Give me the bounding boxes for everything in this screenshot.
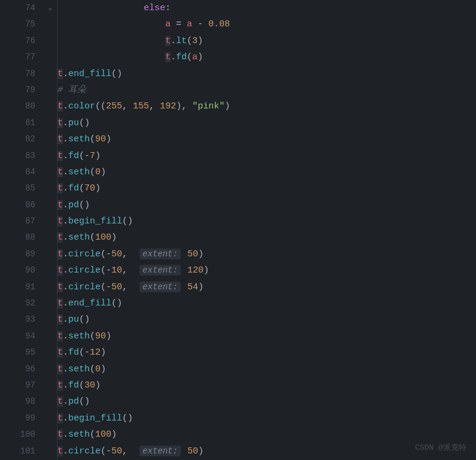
- code-line[interactable]: t.fd(a): [57, 49, 476, 65]
- line-number: 77: [0, 49, 57, 65]
- token-op: .: [63, 397, 68, 407]
- line-number: 81: [0, 115, 57, 131]
- line-number: 78: [0, 66, 57, 82]
- token-var: a: [165, 19, 171, 29]
- code-line[interactable]: t.color((255, 155, 192), "pink"): [57, 98, 476, 114]
- token-op: (: [90, 232, 95, 243]
- code-editor[interactable]: 74⌄7576777879808182838485868788899091929…: [0, 0, 476, 460]
- token-op: [182, 249, 187, 259]
- line-number: 91: [0, 279, 57, 295]
- token-num: 0.08: [208, 19, 230, 29]
- code-line[interactable]: t.pu(): [57, 311, 476, 328]
- token-op: (): [79, 397, 90, 407]
- token-op: .: [63, 151, 68, 161]
- token-op: ): [111, 232, 117, 243]
- token-fn: seth: [68, 429, 90, 440]
- line-number: 100: [0, 426, 57, 443]
- code-line[interactable]: t.fd(-7): [57, 148, 476, 164]
- code-line[interactable]: t.pu(): [57, 115, 476, 131]
- code-line[interactable]: t.circle(-50, extent: 50): [57, 443, 476, 459]
- line-number: 76: [0, 33, 57, 49]
- token-var: t: [57, 413, 63, 423]
- token-op: .: [63, 167, 68, 177]
- code-line[interactable]: t.seth(0): [57, 164, 476, 180]
- token-op: (: [90, 331, 95, 341]
- token-fn: fd: [176, 52, 187, 62]
- token-var: t: [57, 167, 63, 177]
- token-op: ): [198, 249, 204, 259]
- token-op: (): [111, 298, 122, 308]
- code-line[interactable]: t.seth(100): [57, 229, 476, 246]
- code-line[interactable]: t.seth(0): [57, 361, 476, 377]
- code-line[interactable]: a = a - 0.08: [57, 16, 476, 32]
- token-var: t: [57, 347, 63, 358]
- code-line[interactable]: t.fd(-12): [57, 344, 476, 361]
- code-line[interactable]: t.circle(-50, extent: 50): [57, 246, 476, 262]
- token-op: ): [111, 429, 117, 440]
- code-area[interactable]: else: a = a - 0.08 t.lt(3) t.fd(a)t.end_…: [57, 0, 476, 460]
- token-num: 30: [84, 380, 95, 391]
- code-line[interactable]: t.pd(): [57, 394, 476, 410]
- token-op: (-: [101, 265, 111, 276]
- token-fn: circle: [68, 282, 101, 292]
- code-line[interactable]: # 耳朵: [57, 82, 476, 98]
- inline-hint: extent:: [140, 265, 181, 276]
- token-num: 50: [187, 446, 198, 456]
- token-op: (: [90, 134, 95, 144]
- token-var: t: [57, 183, 63, 193]
- watermark: CSDN @派克特: [415, 442, 466, 453]
- token-op: .: [171, 52, 176, 62]
- code-line[interactable]: t.pd(): [57, 197, 476, 213]
- token-op: .: [63, 265, 68, 276]
- token-fn: pd: [68, 397, 79, 407]
- token-op: .: [63, 232, 68, 243]
- inline-hint: extent:: [140, 249, 181, 259]
- token-op: (): [122, 413, 133, 423]
- token-var: t: [57, 134, 63, 144]
- token-op: .: [171, 36, 176, 46]
- code-line[interactable]: t.end_fill(): [57, 66, 476, 82]
- token-num: 192: [160, 101, 176, 111]
- token-fn: circle: [68, 249, 101, 259]
- code-line[interactable]: t.begin_fill(): [57, 213, 476, 229]
- token-fn: circle: [68, 265, 101, 276]
- token-op: (): [79, 118, 90, 128]
- token-str: "pink": [192, 101, 225, 111]
- token-op: (: [187, 36, 192, 46]
- line-number: 99: [0, 410, 57, 426]
- token-var: t: [57, 216, 63, 226]
- code-line[interactable]: t.begin_fill(): [57, 410, 476, 426]
- code-line[interactable]: t.circle(-50, extent: 54): [57, 279, 476, 295]
- inline-hint: extent:: [140, 446, 181, 456]
- token-var: a: [187, 19, 192, 29]
- code-line[interactable]: t.seth(90): [57, 131, 476, 147]
- token-num: 3: [192, 36, 198, 46]
- token-op: .: [63, 282, 68, 292]
- code-line[interactable]: t.fd(70): [57, 180, 476, 196]
- token-op: (): [79, 314, 90, 325]
- token-num: 7: [90, 151, 95, 161]
- token-op: .: [63, 331, 68, 341]
- code-line[interactable]: t.seth(90): [57, 328, 476, 344]
- token-op: .: [63, 200, 68, 210]
- token-op: (-: [79, 151, 90, 161]
- token-op: .: [63, 118, 68, 128]
- code-line[interactable]: t.circle(-10, extent: 120): [57, 262, 476, 279]
- token-op: ): [198, 36, 203, 46]
- code-line[interactable]: else:: [57, 0, 476, 16]
- chevron-down-icon[interactable]: ⌄: [48, 0, 52, 16]
- code-line[interactable]: t.lt(3): [57, 33, 476, 49]
- token-op: (-: [101, 282, 111, 292]
- token-num: 0: [95, 167, 101, 177]
- token-fn: seth: [68, 134, 90, 144]
- token-fn: seth: [68, 331, 90, 341]
- token-var: t: [57, 397, 63, 407]
- code-line[interactable]: t.fd(30): [57, 377, 476, 394]
- code-line[interactable]: t.end_fill(): [57, 295, 476, 311]
- token-op: :: [165, 3, 171, 13]
- code-line[interactable]: t.seth(100): [57, 426, 476, 443]
- token-fn: end_fill: [68, 69, 111, 79]
- line-number: 93: [0, 311, 57, 328]
- token-op: .: [63, 249, 68, 259]
- token-num: 90: [95, 331, 106, 341]
